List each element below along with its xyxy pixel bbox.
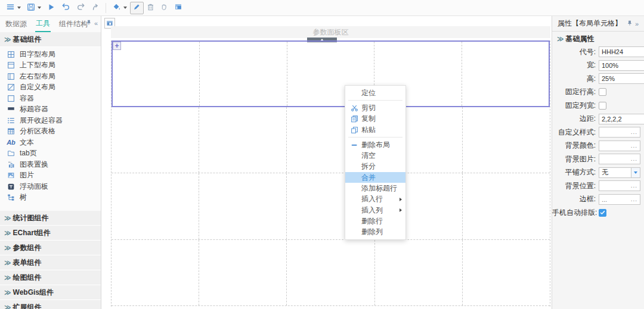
ellipsis-button[interactable]: ...	[631, 130, 637, 135]
menu-item-定位[interactable]: 定位	[345, 88, 405, 98]
tab-datasource[interactable]: 数据源	[5, 17, 27, 32]
grid-cell[interactable]	[112, 240, 199, 306]
property-checkbox[interactable]	[599, 88, 606, 96]
menu-item-label: 删除列	[361, 227, 383, 237]
menu-item-粘贴[interactable]: 粘贴	[345, 124, 405, 135]
component-item[interactable]: 左右型布局	[0, 71, 101, 82]
property-picker[interactable]: ...	[599, 180, 640, 191]
section-header-collapsed[interactable]: ≫绘图组件	[0, 270, 101, 285]
grid-row-selected[interactable]: +	[112, 40, 550, 107]
add-component-button[interactable]: +	[113, 42, 121, 50]
property-checkbox[interactable]	[599, 102, 606, 110]
menu-item-删除布局[interactable]: 删除布局	[345, 139, 405, 150]
tab-tools[interactable]: 工具	[35, 16, 51, 32]
menu-item-添加标题行[interactable]: 添加标题行	[345, 183, 405, 193]
component-item[interactable]: 分析区表格	[0, 126, 101, 138]
menu-item-剪切[interactable]: 剪切	[345, 102, 405, 113]
property-select[interactable]: 无	[599, 167, 640, 178]
component-item[interactable]: 上下型布局	[0, 60, 101, 71]
property-checkbox[interactable]	[599, 209, 606, 217]
property-picker[interactable]: ...	[599, 141, 640, 151]
delete-button[interactable]	[144, 2, 157, 14]
grid-cell[interactable]	[199, 240, 287, 306]
ellipsis-button[interactable]: ...	[631, 157, 637, 161]
menu-item-label: 粘贴	[361, 125, 376, 135]
collapse-left-icon[interactable]: «	[94, 20, 98, 27]
param-panel-area[interactable]: 参数面板区	[111, 26, 550, 38]
chevron-down-icon[interactable]	[123, 7, 127, 9]
section-header-collapsed[interactable]: ≫EChart组件	[0, 226, 101, 241]
component-item[interactable]: 田字型布局	[0, 49, 101, 60]
tab-structure[interactable]: 组件结构	[58, 17, 88, 32]
section-header-collapsed[interactable]: ≫统计图组件	[0, 211, 101, 226]
up-level-button[interactable]	[88, 2, 103, 14]
component-item[interactable]: 自定义布局	[0, 82, 101, 93]
component-item[interactable]: 树	[0, 192, 101, 204]
chevron-down-icon[interactable]	[38, 7, 41, 9]
menu-item-拆分[interactable]: 拆分	[345, 161, 405, 172]
format-paint-button[interactable]	[109, 2, 130, 14]
grid-cell[interactable]	[463, 240, 550, 306]
menu-item-插入行[interactable]: 插入行	[345, 194, 405, 205]
menu-item-删除列[interactable]: 删除列	[345, 227, 405, 238]
pin-icon[interactable]	[627, 20, 633, 27]
grid-cell[interactable]	[113, 42, 200, 106]
undo-button[interactable]	[58, 2, 73, 14]
select-dropdown-button[interactable]	[631, 168, 640, 177]
redo-button[interactable]	[73, 2, 88, 14]
grid-row[interactable]	[112, 173, 550, 240]
hand-button[interactable]	[157, 2, 171, 14]
grid-cell[interactable]	[199, 173, 287, 239]
component-item[interactable]: 标题容器	[0, 104, 101, 116]
grid-cell[interactable]	[463, 173, 550, 239]
component-item[interactable]: 浮动面板	[0, 181, 101, 192]
edit-pencil-button[interactable]	[130, 2, 144, 14]
collapse-right-icon[interactable]: »	[635, 20, 639, 27]
save-button[interactable]	[24, 2, 44, 14]
grid-cell[interactable]	[200, 42, 287, 106]
grid-cell[interactable]	[287, 240, 374, 306]
panel-button[interactable]	[171, 2, 185, 14]
component-item[interactable]: Ab文本	[0, 137, 101, 148]
chevron-down-icon[interactable]	[17, 7, 21, 9]
property-input[interactable]	[599, 73, 644, 84]
run-button[interactable]	[44, 2, 58, 14]
section-header-collapsed[interactable]: ≫WebGis组件	[0, 285, 101, 300]
ellipsis-button[interactable]: ...	[631, 197, 637, 202]
grid-cell[interactable]	[463, 107, 550, 173]
property-picker[interactable]: ...	[599, 127, 640, 138]
grid-row[interactable]	[112, 240, 550, 307]
section-header-basic-props[interactable]: ≫ 基础属性	[552, 32, 644, 46]
section-header-collapsed[interactable]: ≫扩展组件	[0, 300, 101, 309]
section-header-collapsed[interactable]: ≫参数组件	[0, 241, 101, 255]
chevron-expand-icon: ≫	[4, 36, 10, 43]
component-item[interactable]: 展开收起容器	[0, 115, 101, 126]
ellipsis-button[interactable]: ...	[631, 143, 637, 148]
property-input[interactable]	[599, 60, 644, 71]
menu-item-删除行[interactable]: 删除行	[345, 216, 405, 226]
menu-item-清空[interactable]: 清空	[345, 150, 405, 161]
grid-row[interactable]	[112, 107, 550, 174]
grid-cell[interactable]	[112, 173, 199, 239]
property-input[interactable]	[599, 114, 644, 124]
component-item[interactable]: tab页	[0, 148, 101, 160]
menu-item-插入列[interactable]: 插入列	[345, 205, 405, 216]
property-input[interactable]	[599, 46, 644, 57]
section-header-basic-components[interactable]: ≫ 基础组件	[0, 32, 101, 47]
design-canvas[interactable]: 参数面板区 +	[102, 16, 552, 309]
grid-cell[interactable]	[375, 240, 463, 306]
grid-cell[interactable]	[112, 107, 199, 173]
menu-item-合并[interactable]: 合并	[345, 172, 405, 183]
component-item[interactable]: 图片	[0, 170, 101, 182]
section-header-collapsed[interactable]: ≫表单组件	[0, 255, 101, 270]
grid-cell[interactable]	[462, 42, 549, 106]
component-item[interactable]: 图表置换	[0, 159, 101, 170]
pin-icon[interactable]	[86, 19, 92, 27]
menu-button[interactable]	[3, 2, 24, 14]
property-picker[interactable]: ...	[599, 154, 640, 164]
property-picker[interactable]: ......	[599, 194, 640, 205]
grid-cell[interactable]	[199, 107, 287, 173]
menu-item-复制[interactable]: 复制	[345, 114, 405, 124]
component-item[interactable]: 容器	[0, 93, 101, 104]
ellipsis-button[interactable]: ...	[631, 183, 637, 188]
